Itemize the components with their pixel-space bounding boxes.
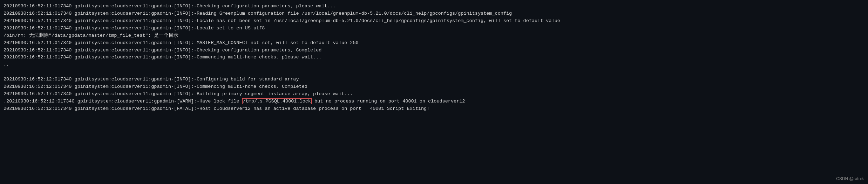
warn-post-text: but no process running on port 40001 on …	[312, 99, 465, 104]
terminal-window: 20210930:16:52:11:017340 gpinitsystem:cl…	[0, 0, 868, 184]
log-line-10	[4, 69, 864, 76]
log-line-6: 20210930:16:52:11:017340 gpinitsystem:cl…	[4, 40, 864, 47]
log-line-2: 20210930:16:52:11:017340 gpinitsystem:cl…	[4, 10, 864, 17]
log-line-15: 20210930:16:52:12:017340 gpinitsystem:cl…	[4, 105, 864, 113]
log-line-9: ..	[4, 61, 864, 69]
log-line-1: 20210930:16:52:11:017340 gpinitsystem:cl…	[4, 3, 864, 10]
warn-pre-text: .20210930:16:52:12:017340 gpinitsystem:c…	[4, 99, 242, 104]
log-line-14: .20210930:16:52:12:017340 gpinitsystem:c…	[4, 98, 864, 105]
log-line-3: 20210930:16:52:11:017340 gpinitsystem:cl…	[4, 17, 864, 25]
log-line-8: 20210930:16:52:11:017340 gpinitsystem:cl…	[4, 54, 864, 61]
log-line-12: 20210930:16:52:12:017340 gpinitsystem:cl…	[4, 83, 864, 91]
log-line-13: 20210930:16:52:17:017340 gpinitsystem:cl…	[4, 91, 864, 98]
log-line-4: 20210930:16:52:11:017340 gpinitsystem:cl…	[4, 25, 864, 32]
highlighted-lockfile: /tmp/.s.PGSQL.40001.lock	[242, 98, 312, 104]
log-line-11: 20210930:16:52:12:017340 gpinitsystem:cl…	[4, 76, 864, 83]
watermark: CSDN @ratnik	[836, 176, 864, 181]
log-line-7: 20210930:16:52:11:017340 gpinitsystem:cl…	[4, 47, 864, 54]
log-line-5: /bin/rm: 无法删除"/data/gpdata/master/tmp_fi…	[4, 32, 864, 40]
